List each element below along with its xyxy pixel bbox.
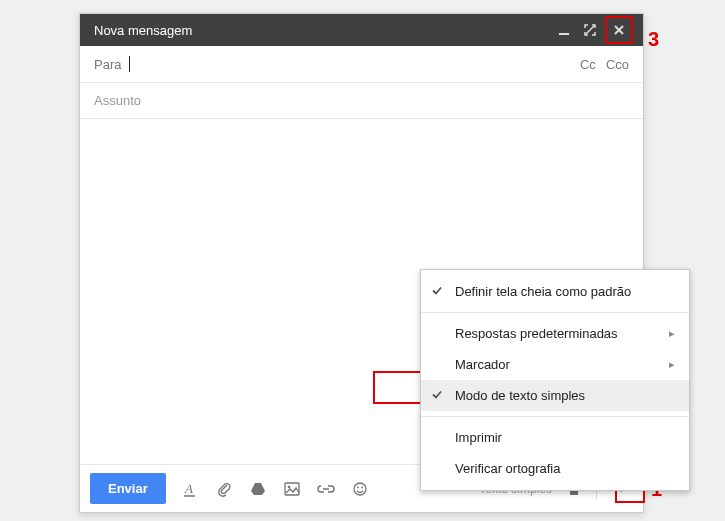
minimize-button[interactable] xyxy=(553,19,575,41)
close-button[interactable] xyxy=(605,16,633,44)
svg-point-11 xyxy=(361,486,363,488)
menu-item-label: Imprimir xyxy=(455,430,502,445)
menu-spellcheck[interactable]: Verificar ortografia xyxy=(421,453,689,484)
fields: Para Cc Cco Assunto xyxy=(80,46,643,119)
menu-item-label: Modo de texto simples xyxy=(455,388,585,403)
emoji-icon[interactable] xyxy=(350,479,370,499)
menu-item-label: Definir tela cheia como padrão xyxy=(455,284,631,299)
titlebar: Nova mensagem xyxy=(80,14,643,46)
svg-text:A: A xyxy=(184,481,193,496)
annotation-number-3: 3 xyxy=(648,28,659,51)
to-label: Para xyxy=(94,57,121,72)
chevron-right-icon: ▸ xyxy=(669,358,675,371)
send-button[interactable]: Enviar xyxy=(90,473,166,504)
check-icon xyxy=(431,388,443,403)
check-icon xyxy=(431,284,443,299)
subject-field[interactable]: Assunto xyxy=(80,82,643,118)
menu-print[interactable]: Imprimir xyxy=(421,422,689,453)
expand-button[interactable] xyxy=(579,19,601,41)
menu-canned-responses[interactable]: Respostas predeterminadas ▸ xyxy=(421,318,689,349)
menu-label[interactable]: Marcador ▸ xyxy=(421,349,689,380)
subject-placeholder: Assunto xyxy=(94,93,141,108)
formatting-button[interactable]: A xyxy=(180,479,200,499)
link-icon[interactable] xyxy=(316,479,336,499)
menu-item-label: Marcador xyxy=(455,357,510,372)
photo-icon[interactable] xyxy=(282,479,302,499)
bcc-link[interactable]: Cco xyxy=(606,57,629,72)
to-field[interactable]: Para Cc Cco xyxy=(80,46,643,82)
drive-icon[interactable] xyxy=(248,479,268,499)
menu-item-label: Verificar ortografia xyxy=(455,461,561,476)
cc-link[interactable]: Cc xyxy=(580,57,596,72)
window-title: Nova mensagem xyxy=(94,23,553,38)
svg-marker-6 xyxy=(251,483,265,495)
menu-item-label: Respostas predeterminadas xyxy=(455,326,618,341)
titlebar-controls xyxy=(553,16,633,44)
more-options-menu: Definir tela cheia como padrão Respostas… xyxy=(420,269,690,491)
menu-separator xyxy=(421,312,689,313)
attachment-icon[interactable] xyxy=(214,479,234,499)
menu-plain-text-mode[interactable]: Modo de texto simples xyxy=(421,380,689,411)
text-cursor xyxy=(129,56,130,72)
menu-fullscreen-default[interactable]: Definir tela cheia como padrão xyxy=(421,276,689,307)
menu-separator xyxy=(421,416,689,417)
svg-point-9 xyxy=(354,483,366,495)
svg-line-1 xyxy=(586,26,594,34)
svg-point-10 xyxy=(357,486,359,488)
chevron-right-icon: ▸ xyxy=(669,327,675,340)
svg-point-8 xyxy=(287,485,290,488)
